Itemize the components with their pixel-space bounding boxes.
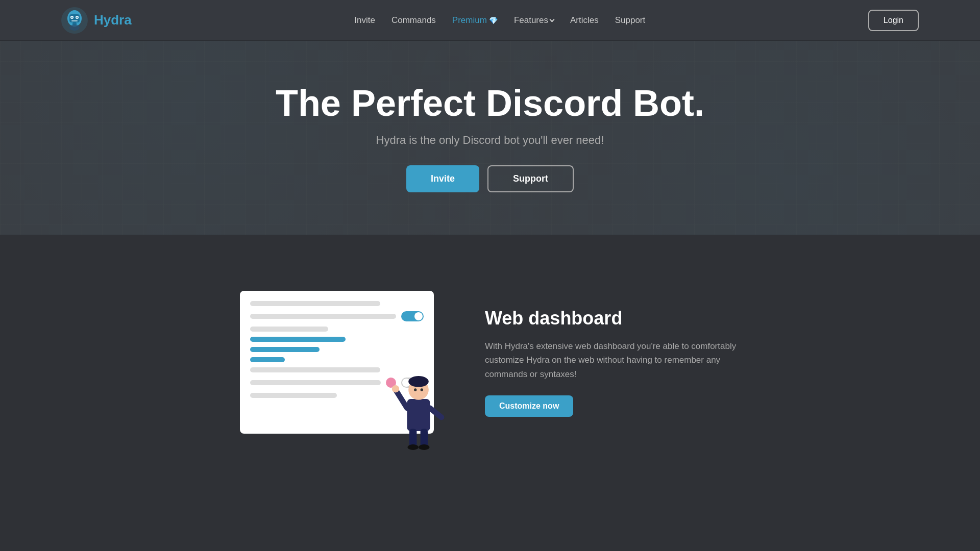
dash-line-5: [250, 380, 381, 385]
svg-rect-7: [71, 20, 78, 21]
dash-line-3: [250, 327, 328, 332]
navbar-actions: Login: [868, 10, 919, 31]
navbar: Hydra Invite Commands Premium 💎 Features…: [0, 0, 980, 41]
dash-teal-line-3: [250, 357, 285, 362]
hero-section: The Perfect Discord Bot. Hydra is the on…: [0, 41, 980, 235]
feature-section: Web dashboard With Hydra's extensive web…: [0, 235, 980, 490]
dashboard-illustration-wrapper: [240, 291, 434, 434]
svg-line-17: [430, 408, 442, 417]
svg-point-12: [408, 376, 429, 387]
nav-articles[interactable]: Articles: [570, 15, 599, 26]
navbar-links: Invite Commands Premium 💎 Features Artic…: [354, 15, 645, 26]
svg-point-20: [407, 444, 419, 450]
svg-line-15: [396, 390, 407, 408]
svg-rect-19: [421, 429, 428, 447]
dash-teal-line-2: [250, 347, 320, 352]
dash-line-4: [250, 367, 380, 372]
feature-text: Web dashboard With Hydra's extensive web…: [485, 308, 740, 417]
login-button[interactable]: Login: [868, 10, 919, 31]
hero-support-button[interactable]: Support: [487, 165, 574, 192]
svg-point-5: [71, 16, 73, 18]
svg-point-21: [419, 444, 430, 450]
feature-heading: Web dashboard: [485, 308, 740, 329]
person-illustration: [388, 362, 449, 454]
hero-invite-button[interactable]: Invite: [406, 165, 479, 192]
dash-line-6: [250, 393, 337, 398]
feature-description: With Hydra's extensive web dashboard you…: [485, 339, 740, 381]
navbar-brand: Hydra: [61, 7, 132, 34]
nav-features[interactable]: Features: [514, 15, 554, 26]
customize-now-button[interactable]: Customize now: [485, 395, 573, 417]
svg-point-9: [69, 24, 80, 31]
brand-name: Hydra: [94, 12, 132, 28]
svg-point-6: [77, 16, 78, 18]
svg-point-16: [392, 385, 399, 392]
nav-support[interactable]: Support: [615, 15, 646, 26]
hydra-logo-icon: [61, 7, 88, 34]
nav-commands[interactable]: Commands: [391, 15, 436, 26]
svg-point-14: [421, 388, 423, 391]
gem-icon: 💎: [489, 16, 498, 24]
nav-invite[interactable]: Invite: [354, 15, 375, 26]
svg-rect-18: [409, 429, 416, 447]
hero-subtitle: Hydra is the only Discord bot you'll eve…: [276, 134, 704, 147]
dash-teal-line-1: [250, 337, 346, 342]
hero-buttons: Invite Support: [276, 165, 704, 192]
nav-premium[interactable]: Premium 💎: [452, 15, 498, 26]
svg-rect-10: [407, 399, 430, 431]
svg-point-13: [414, 388, 416, 391]
hero-content: The Perfect Discord Bot. Hydra is the on…: [255, 53, 725, 223]
dash-line-2: [250, 314, 396, 319]
chevron-down-icon: [550, 17, 555, 22]
dash-row-1: [250, 311, 424, 321]
hero-title: The Perfect Discord Bot.: [276, 83, 704, 123]
dash-toggle-on: [401, 311, 424, 321]
dash-line-1: [250, 301, 380, 306]
